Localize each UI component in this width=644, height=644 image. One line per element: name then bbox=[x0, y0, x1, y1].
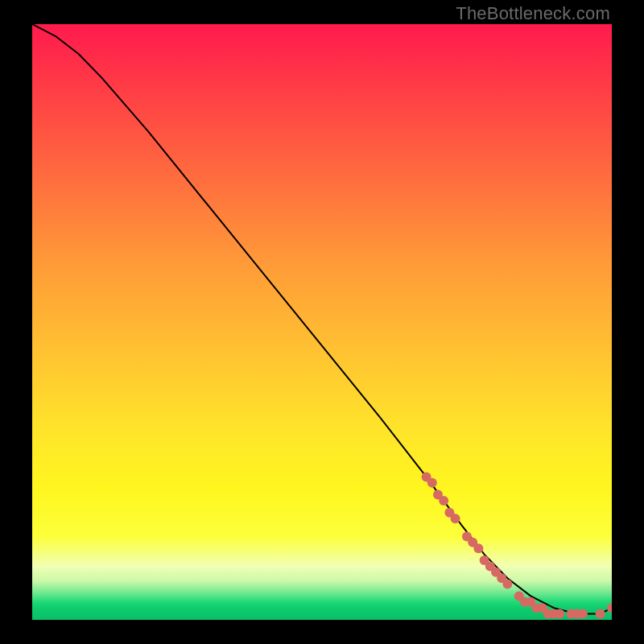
highlighted-points-group bbox=[422, 472, 612, 618]
chart-overlay-svg bbox=[32, 24, 612, 620]
marker-dot bbox=[607, 603, 612, 613]
bottleneck-curve-path bbox=[32, 24, 612, 614]
marker-dot bbox=[596, 609, 605, 619]
watermark-text: TheBottleneck.com bbox=[456, 3, 610, 24]
plot-area bbox=[32, 24, 612, 620]
marker-dot bbox=[427, 478, 437, 488]
marker-dot bbox=[555, 609, 564, 619]
marker-dot bbox=[578, 609, 588, 619]
chart-frame: TheBottleneck.com bbox=[0, 0, 644, 644]
marker-dot bbox=[439, 496, 448, 506]
marker-dot bbox=[502, 580, 512, 589]
marker-dot bbox=[451, 514, 460, 523]
marker-dot bbox=[473, 543, 483, 553]
